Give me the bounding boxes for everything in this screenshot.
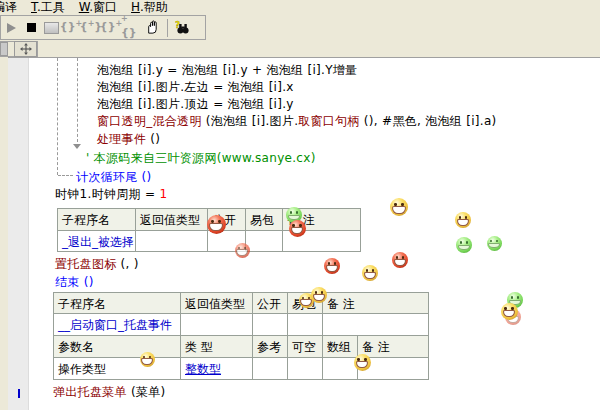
table-row: _退出_被选择 (58, 231, 361, 252)
stop-icon (27, 23, 36, 32)
table-cell[interactable] (253, 358, 288, 380)
table-row: 操作类型整数型 (54, 358, 429, 380)
bubble-smiley-yellow (140, 352, 155, 367)
bubble-smiley-red (289, 220, 306, 237)
code-line: 计次循环尾 () (76, 170, 152, 184)
code-line: 泡泡组 [i].y = 泡泡组 [i].y + 泡泡组 [i].Y增量 (97, 63, 357, 77)
table-cell[interactable] (323, 358, 358, 380)
stop-button[interactable] (21, 18, 41, 38)
code-line: 窗口透明_混合透明 (泡泡组 [i].图片.取窗口句柄 (), #黑色, 泡泡组… (97, 114, 497, 128)
clipped-icon (0, 42, 8, 56)
column-header: 返回值类型 (181, 293, 253, 314)
table-cell[interactable] (181, 314, 253, 336)
fold-arrow-icon (73, 144, 81, 149)
code-line: ' 本源码来自三叶资源网(www.sanye.cx) (86, 151, 316, 165)
menu-tools[interactable]: T.工具 (31, 1, 65, 14)
table-cell[interactable]: _退出_被选择 (58, 231, 136, 252)
bubble-smiley-yellow (311, 287, 327, 303)
step-into-button[interactable]: {+} (81, 18, 101, 38)
menu-compile[interactable]: 编译 (0, 1, 17, 14)
column-header: 子程序名 (54, 293, 181, 314)
step-out-button[interactable]: {}+ (101, 18, 121, 38)
bubble-smiley-yellow (501, 303, 518, 320)
text-caret (18, 389, 20, 398)
column-header: 易包 (246, 209, 283, 231)
table-row: __启动窗口_托盘事件 (54, 314, 429, 336)
bubble-smiley-red (392, 252, 408, 268)
column-header: 返回值类型 (136, 209, 208, 231)
find-help-button[interactable]: ? (172, 18, 192, 38)
pause-button[interactable] (141, 18, 161, 38)
bubble-smiley-yellow (455, 212, 471, 228)
indent-guide (77, 58, 78, 142)
table-header-row: 参数名类 型参考可空数组备 注 (54, 336, 429, 358)
code-line: 泡泡组 [i].图片.左边 = 泡泡组 [i].x (97, 80, 294, 94)
step-out-icon: {}+ (100, 22, 122, 33)
code-line: 时钟1.时钟周期 = 1 (55, 187, 167, 201)
procedure-table: 子程序名返回值类型公开易包备 注__启动窗口_托盘事件参数名类 型参考可空数组备… (53, 292, 429, 380)
column-header: 备 注 (358, 336, 429, 358)
table-cell[interactable]: __启动窗口_托盘事件 (54, 314, 181, 336)
play-icon (7, 23, 16, 33)
table-cell[interactable] (288, 314, 323, 336)
code-line: 处理事件 () (97, 132, 160, 146)
step-over-button[interactable]: {}+ (61, 18, 81, 38)
move-tool-button[interactable] (14, 41, 37, 57)
toolbar-separator (167, 19, 168, 37)
table-cell[interactable] (246, 231, 283, 252)
bubble-smiley-yellow (354, 354, 371, 371)
column-header: 参考 (253, 336, 288, 358)
bubble-smiley-yellow (390, 198, 408, 216)
table-cell[interactable]: 整数型 (181, 358, 253, 380)
column-header: 类 型 (181, 336, 253, 358)
run-to-cursor-button[interactable]: +{} (121, 18, 141, 38)
code-line: 结束 () (55, 275, 94, 289)
menu-window[interactable]: W.窗口 (79, 1, 117, 14)
code-line: 置托盘图标 (, ) (55, 257, 139, 271)
table-cell[interactable] (288, 358, 323, 380)
monitor-icon (44, 22, 59, 34)
debug-toolbar: {}+ {+} {}+ +{} ? (0, 15, 206, 40)
run-to-cursor-icon: +{} (121, 17, 141, 38)
menu-bar: 编译 T.工具 W.窗口 H.帮助 (0, 0, 600, 14)
debug-monitor-button[interactable] (41, 18, 61, 38)
bubble-smiley-red (324, 258, 340, 274)
code-line: 弹出托盘菜单 (菜单) (53, 385, 166, 399)
column-header: 子程序名 (58, 209, 136, 231)
binoculars-question-icon: ? (173, 20, 191, 35)
editor-gutter (8, 58, 29, 410)
table-cell[interactable]: 操作类型 (54, 358, 181, 380)
column-header: 公开 (253, 293, 288, 314)
column-header: 数组 (323, 336, 358, 358)
bubble-smiley-yellow (362, 265, 378, 281)
run-button[interactable] (1, 18, 21, 38)
bubble-smiley-red (235, 243, 250, 258)
menu-help[interactable]: H.帮助 (131, 1, 168, 14)
code-line: 泡泡组 [i].图片.顶边 = 泡泡组 [i].y (97, 97, 294, 111)
hand-icon (144, 20, 159, 35)
indent-guide (57, 58, 58, 175)
table-header-row: 子程序名返回值类型公开易包备 注 (54, 293, 429, 314)
indent-guide-corner (58, 175, 73, 176)
table-cell[interactable] (253, 314, 288, 336)
column-header: 参数名 (54, 336, 181, 358)
bubble-smiley-green (456, 237, 472, 253)
table-cell[interactable] (323, 314, 429, 336)
move-cross-icon (20, 43, 32, 55)
bubble-smiley-red (207, 215, 226, 234)
column-header: 备 注 (323, 293, 429, 314)
column-header: 可空 (288, 336, 323, 358)
form-toolbar (0, 41, 38, 57)
table-cell[interactable] (136, 231, 208, 252)
bubble-smiley-green (487, 236, 502, 251)
